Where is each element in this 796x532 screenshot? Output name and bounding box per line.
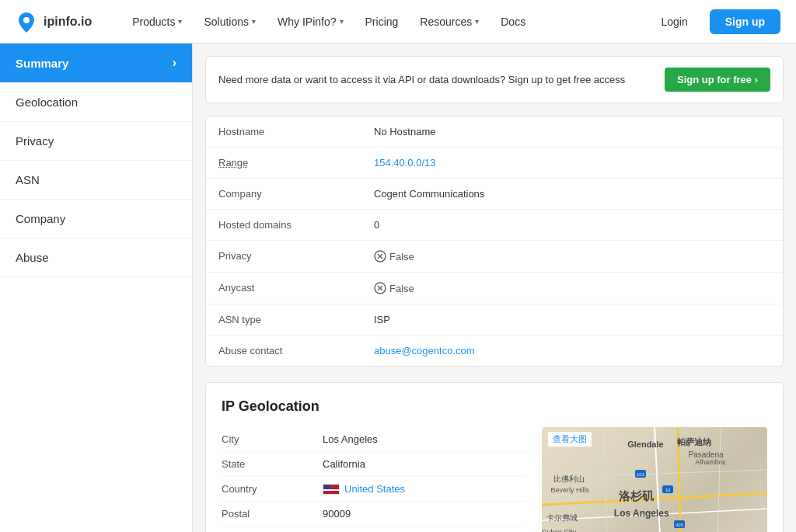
geolocation-title: IP Geolocation bbox=[222, 398, 767, 415]
nav-solutions[interactable]: Solutions ▾ bbox=[194, 9, 265, 34]
value-state: California bbox=[323, 458, 365, 470]
label-postal: Postal bbox=[222, 508, 323, 520]
value-city: Los Angeles bbox=[323, 433, 378, 445]
label-privacy: Privacy bbox=[206, 241, 361, 272]
table-row: ASN type ISP bbox=[206, 304, 783, 336]
label-hosted-domains: Hosted domains bbox=[206, 210, 361, 240]
sidebar-item-company[interactable]: Company bbox=[0, 200, 192, 238]
country-link[interactable]: United States bbox=[344, 483, 405, 495]
signup-button[interactable]: Sign up bbox=[710, 9, 780, 34]
sidebar: Summary › Geolocation Privacy ASN Compan… bbox=[0, 43, 193, 532]
geo-content: City Los Angeles State California Countr… bbox=[222, 427, 767, 532]
sidebar-item-asn[interactable]: ASN bbox=[0, 161, 192, 200]
signup-banner: Need more data or want to access it via … bbox=[205, 56, 784, 103]
svg-point-0 bbox=[23, 17, 30, 23]
nav-why-ipinfo[interactable]: Why IPinfo? ▾ bbox=[268, 9, 352, 34]
nav-right: Login Sign up bbox=[648, 9, 780, 34]
svg-line-13 bbox=[604, 427, 608, 532]
geo-row-local-time: Local time 03:44 AM, Friday, March 08, 2… bbox=[222, 527, 526, 532]
label-abuse-contact: Abuse contact bbox=[206, 336, 361, 366]
sidebar-label-abuse: Abuse bbox=[16, 251, 49, 264]
svg-line-14 bbox=[717, 427, 721, 532]
sidebar-item-abuse[interactable]: Abuse bbox=[0, 238, 192, 277]
svg-text:405: 405 bbox=[676, 523, 684, 527]
banner-text: Need more data or want to access it via … bbox=[218, 74, 625, 85]
label-country: Country bbox=[222, 483, 323, 495]
chevron-down-icon: ▾ bbox=[340, 17, 344, 26]
value-asn-type: ISP bbox=[361, 304, 783, 335]
geo-row-country: Country United States bbox=[222, 477, 526, 502]
map-label-culver-city: Culver City bbox=[542, 528, 576, 532]
chevron-down-icon: ▾ bbox=[475, 17, 479, 26]
map-label-la-en: Los Angeles bbox=[614, 508, 669, 519]
chevron-down-icon: ▾ bbox=[252, 17, 256, 26]
geo-row-city: City Los Angeles bbox=[222, 427, 526, 452]
map-label-alhambra: Alhambra bbox=[695, 458, 725, 466]
arrow-icon: › bbox=[173, 56, 176, 70]
table-row: Privacy False bbox=[206, 241, 783, 273]
value-postal: 90009 bbox=[323, 508, 351, 520]
value-abuse-contact: abuse@cogentco.com bbox=[361, 336, 783, 366]
label-hostname: Hostname bbox=[206, 116, 361, 147]
table-row: Anycast False bbox=[206, 273, 783, 304]
abuse-contact-link[interactable]: abuse@cogentco.com bbox=[374, 345, 475, 356]
svg-line-7 bbox=[542, 493, 767, 505]
sidebar-item-geolocation[interactable]: Geolocation bbox=[0, 83, 192, 122]
table-row: Range 154.40.0.0/13 bbox=[206, 148, 783, 179]
map-label-beverly: 比佛利山 bbox=[553, 474, 585, 485]
logo-text: ipinfo.io bbox=[44, 15, 92, 29]
range-link[interactable]: 154.40.0.0/13 bbox=[374, 157, 436, 169]
nav-links: Products ▾ Solutions ▾ Why IPinfo? ▾ Pri… bbox=[123, 9, 648, 34]
map-label-culver: 卡尔弗城 bbox=[546, 513, 578, 523]
nav-products[interactable]: Products ▾ bbox=[123, 9, 191, 34]
geo-table: City Los Angeles State California Countr… bbox=[222, 427, 526, 532]
value-company: Cogent Communications bbox=[361, 179, 783, 209]
nav-resources[interactable]: Resources ▾ bbox=[410, 9, 488, 34]
main-content: Need more data or want to access it via … bbox=[193, 43, 796, 532]
signup-free-button[interactable]: Sign up for free › bbox=[665, 68, 770, 92]
sidebar-label-geolocation: Geolocation bbox=[16, 96, 78, 109]
map-label-la-cn: 洛杉矶 bbox=[619, 489, 654, 504]
nav-pricing[interactable]: Pricing bbox=[356, 9, 408, 34]
sidebar-label-privacy: Privacy bbox=[16, 134, 54, 148]
false-icon: False bbox=[374, 282, 414, 294]
value-hosted-domains: 0 bbox=[361, 210, 783, 240]
table-row: Hostname No Hostname bbox=[206, 116, 783, 148]
false-icon: False bbox=[374, 250, 414, 263]
value-country: United States bbox=[323, 483, 405, 495]
login-button[interactable]: Login bbox=[648, 9, 700, 34]
map-label-glendale: Glendale bbox=[627, 440, 663, 449]
table-row: Hosted domains 0 bbox=[206, 210, 783, 241]
map-inner: 10 101 405 505 Glendale 帕萨迪纳 Pasadena A bbox=[542, 427, 767, 532]
navbar: ipinfo.io Products ▾ Solutions ▾ Why IPi… bbox=[0, 0, 796, 43]
sidebar-item-privacy[interactable]: Privacy bbox=[0, 122, 192, 161]
label-city: City bbox=[222, 433, 323, 445]
table-row: Abuse contact abuse@cogentco.com bbox=[206, 336, 783, 366]
geo-row-state: State California bbox=[222, 452, 526, 477]
sidebar-label-company: Company bbox=[16, 212, 65, 225]
map-view-larger[interactable]: 查看大图 bbox=[548, 432, 592, 447]
summary-table-card: Hostname No Hostname Range 154.40.0.0/13… bbox=[205, 116, 784, 367]
sidebar-label-asn: ASN bbox=[16, 173, 40, 186]
value-range: 154.40.0.0/13 bbox=[361, 148, 783, 178]
label-asn-type: ASN type bbox=[206, 304, 361, 335]
value-anycast: False bbox=[361, 273, 783, 304]
geolocation-section: IP Geolocation City Los Angeles State Ca… bbox=[205, 382, 784, 532]
page-layout: Summary › Geolocation Privacy ASN Compan… bbox=[0, 43, 796, 532]
chevron-down-icon: ▾ bbox=[178, 17, 182, 26]
svg-text:10: 10 bbox=[665, 488, 671, 492]
label-state: State bbox=[222, 458, 323, 470]
sidebar-item-summary[interactable]: Summary › bbox=[0, 43, 192, 83]
label-range: Range bbox=[206, 148, 361, 178]
value-privacy: False bbox=[361, 241, 783, 272]
table-row: Company Cogent Communications bbox=[206, 179, 783, 210]
value-hostname: No Hostname bbox=[361, 116, 783, 147]
logo[interactable]: ipinfo.io bbox=[16, 11, 92, 33]
map-container: 10 101 405 505 Glendale 帕萨迪纳 Pasadena A bbox=[542, 427, 767, 532]
label-anycast: Anycast bbox=[206, 273, 361, 304]
map-label-beverly-en: Beverly Hills bbox=[551, 486, 590, 494]
nav-docs[interactable]: Docs bbox=[491, 9, 535, 34]
svg-text:101: 101 bbox=[637, 472, 645, 477]
map-label-pasadena: 帕萨迪纳 bbox=[677, 436, 711, 448]
label-company: Company bbox=[206, 179, 361, 209]
